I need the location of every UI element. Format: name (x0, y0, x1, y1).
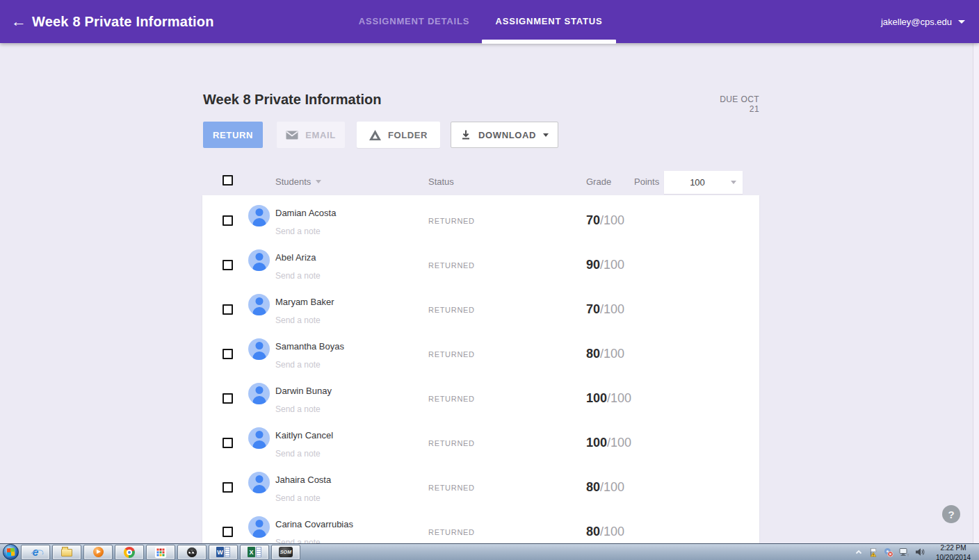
help-button[interactable]: ? (942, 505, 960, 523)
grade-value[interactable]: 90/100 (586, 258, 624, 272)
due-date-label: DUE OCT 21 (709, 94, 759, 114)
taskbar-media-player[interactable] (83, 545, 113, 560)
taskbar-file-explorer[interactable] (52, 545, 81, 560)
send-note-link[interactable]: Send a note (275, 360, 321, 370)
start-button[interactable] (3, 544, 19, 560)
student-row: Carina Covarrubias Send a note RETURNED … (202, 511, 759, 543)
student-name[interactable]: Kaitlyn Cancel (275, 430, 333, 440)
taskbar-chrome[interactable] (115, 545, 144, 560)
send-note-link[interactable]: Send a note (275, 227, 321, 236)
status-badge: RETURNED (428, 395, 475, 403)
row-checkbox[interactable] (222, 304, 233, 315)
grade-score: 90 (586, 258, 600, 272)
student-row: Damian Acosta Send a note RETURNED 70/10… (202, 199, 759, 244)
account-menu[interactable]: jakelley@cps.edu (881, 0, 965, 43)
student-name[interactable]: Samantha Boyas (275, 341, 344, 352)
send-note-link[interactable]: Send a note (275, 538, 321, 543)
app-bar: ← Week 8 Private Information ASSIGNMENT … (0, 0, 979, 43)
show-hidden-icons-button[interactable] (855, 548, 863, 557)
clock-date: 10/20/2014 (930, 554, 976, 560)
status-badge: RETURNED (428, 439, 475, 447)
download-button[interactable]: DOWNLOAD (451, 122, 558, 148)
envelope-icon (286, 131, 298, 140)
word-letter: W (216, 547, 224, 557)
owl-icon (186, 547, 197, 558)
grade-value[interactable]: 80/100 (586, 480, 624, 495)
grade-value[interactable]: 70/100 (586, 213, 624, 228)
excel-icon: X (248, 547, 261, 557)
grade-denominator: /100 (600, 525, 624, 538)
grade-score: 70 (586, 213, 600, 227)
student-row: Darwin Bunay Send a note RETURNED 100/10… (202, 377, 759, 422)
internet-explorer-icon: e (33, 547, 39, 558)
email-button[interactable]: EMAIL (277, 122, 345, 148)
grade-denominator: /100 (600, 258, 624, 272)
taskbar-word[interactable]: W (209, 545, 238, 560)
send-note-link[interactable]: Send a note (275, 315, 321, 325)
grade-value[interactable]: 80/100 (586, 347, 624, 361)
som-icon: SOM (279, 547, 293, 557)
points-dropdown[interactable]: 100 (664, 171, 743, 194)
status-badge: RETURNED (428, 261, 475, 270)
grade-value[interactable]: 100/100 (586, 436, 631, 450)
speaker-icon[interactable] (915, 547, 925, 557)
tab-assignment-details[interactable]: ASSIGNMENT DETAILS (347, 0, 481, 43)
return-button-label: RETURN (213, 130, 253, 140)
student-name[interactable]: Damian Acosta (275, 208, 336, 218)
taskbar-som-app[interactable]: SOM (271, 545, 300, 560)
taskbar-excel[interactable]: X (240, 545, 269, 560)
send-note-link[interactable]: Send a note (275, 271, 321, 281)
back-arrow-icon[interactable]: ← (8, 12, 29, 33)
taskbar-app-grid[interactable] (146, 545, 175, 560)
grade-value[interactable]: 100/100 (586, 391, 631, 406)
students-column-header[interactable]: Students (275, 176, 321, 187)
grade-score: 100 (586, 436, 607, 450)
select-all-checkbox[interactable] (222, 175, 233, 186)
student-name[interactable]: Maryam Baker (275, 297, 334, 307)
excel-document-page (256, 547, 261, 557)
chevron-down-icon (958, 20, 965, 24)
student-avatar-icon (248, 294, 270, 315)
chevron-down-icon (543, 133, 549, 137)
row-checkbox[interactable] (222, 393, 233, 404)
student-avatar-icon (248, 516, 270, 538)
drive-triangle-icon (369, 130, 381, 140)
status-column-header: Status (428, 176, 454, 187)
row-checkbox[interactable] (222, 215, 233, 226)
taskbar-clock[interactable]: 2:22 PM 10/20/2014 (930, 544, 976, 560)
appbar-title: Week 8 Private Information (32, 14, 214, 30)
tab-assignment-status[interactable]: ASSIGNMENT STATUS (482, 0, 616, 43)
row-checkbox[interactable] (222, 482, 233, 493)
download-icon (460, 129, 471, 140)
send-note-link[interactable]: Send a note (275, 404, 321, 414)
grade-value[interactable]: 80/100 (586, 525, 624, 539)
row-checkbox[interactable] (222, 438, 233, 448)
download-button-label: DOWNLOAD (478, 130, 536, 140)
taskbar-internet-explorer[interactable]: e (21, 545, 50, 560)
status-badge: RETURNED (428, 217, 475, 225)
scrollbar-track[interactable] (973, 43, 979, 543)
question-mark-icon: ? (948, 509, 954, 520)
student-name[interactable]: Abel Ariza (275, 252, 316, 263)
student-avatar-icon (248, 205, 270, 227)
student-avatar-icon (248, 338, 270, 360)
row-checkbox[interactable] (222, 260, 233, 270)
windows-taskbar: e W X SOM (0, 543, 979, 560)
row-checkbox[interactable] (222, 527, 233, 537)
sort-caret-icon (316, 180, 321, 183)
antivirus-alert-icon[interactable] (884, 547, 893, 557)
send-note-link[interactable]: Send a note (275, 449, 321, 459)
folder-button[interactable]: FOLDER (357, 122, 440, 148)
network-icon[interactable] (899, 547, 909, 557)
grade-denominator: /100 (600, 302, 624, 316)
student-name[interactable]: Darwin Bunay (275, 386, 332, 396)
action-center-flag-icon[interactable] (868, 547, 878, 557)
student-avatar-icon (248, 427, 270, 449)
taskbar-owl-app[interactable] (177, 545, 207, 560)
return-button[interactable]: RETURN (203, 122, 263, 148)
send-note-link[interactable]: Send a note (275, 493, 321, 503)
student-name[interactable]: Jahaira Costa (275, 475, 331, 485)
grade-value[interactable]: 70/100 (586, 302, 624, 317)
student-name[interactable]: Carina Covarrubias (275, 519, 353, 529)
row-checkbox[interactable] (222, 349, 233, 359)
